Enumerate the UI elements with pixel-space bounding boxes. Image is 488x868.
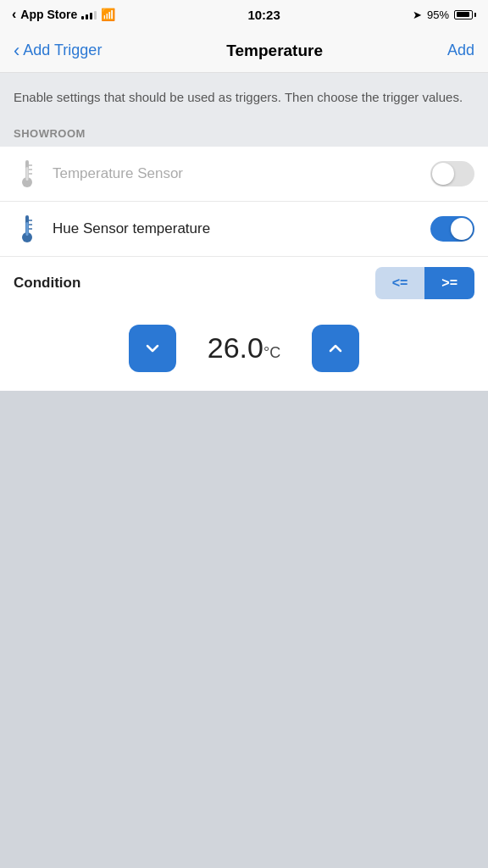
back-label: Add Trigger (23, 42, 102, 59)
back-arrow-icon: ‹ (12, 7, 16, 22)
increment-button[interactable] (312, 325, 359, 372)
hue-thermometer-icon (14, 214, 41, 244)
condition-row: Condition <= >= (0, 257, 488, 309)
hue-sensor-label: Hue Sensor temperature (53, 220, 430, 237)
status-bar-left: ‹ App Store 📶 (12, 7, 115, 22)
signal-bars-icon (81, 9, 97, 19)
thermometer-icon (14, 159, 41, 189)
carrier-label: App Store (20, 8, 77, 21)
chevron-left-icon: ‹ (14, 42, 19, 60)
temperature-sensor-toggle[interactable] (430, 161, 474, 186)
hue-sensor-row: Hue Sensor temperature (0, 202, 488, 257)
section-header: SHOWROOM (0, 119, 488, 147)
content-area: Enable settings that should be used as t… (0, 73, 488, 772)
decrement-button[interactable] (129, 325, 176, 372)
hue-sensor-toggle[interactable] (430, 216, 474, 242)
condition-gte-button[interactable]: >= (424, 267, 474, 299)
back-button[interactable]: ‹ Add Trigger (14, 42, 102, 60)
wifi-icon: 📶 (101, 8, 115, 21)
nav-bar: ‹ Add Trigger Temperature Add (0, 29, 488, 73)
svg-rect-8 (26, 222, 29, 236)
condition-label: Condition (14, 275, 375, 292)
page-title: Temperature (226, 42, 323, 60)
chevron-down-icon (142, 338, 163, 359)
description-text: Enable settings that should be used as t… (0, 73, 488, 119)
temperature-value: 26.0°C (193, 331, 295, 364)
sensors-card: Temperature Sensor Hue Sensor temperatur… (0, 147, 488, 391)
gray-background-area (0, 391, 488, 772)
temperature-unit: °C (263, 344, 280, 361)
battery-percentage: 95% (427, 8, 449, 21)
status-bar-right: ➤ 95% (413, 8, 476, 21)
chevron-up-icon (325, 338, 346, 359)
stepper-row: 26.0°C (0, 309, 488, 391)
status-bar-time: 10:23 (247, 8, 280, 22)
battery-icon (454, 10, 476, 19)
svg-rect-2 (26, 167, 29, 181)
condition-button-group: <= >= (375, 267, 474, 299)
status-bar: ‹ App Store 📶 10:23 ➤ 95% (0, 0, 488, 29)
condition-lte-button[interactable]: <= (375, 267, 425, 299)
temperature-sensor-label: Temperature Sensor (53, 165, 430, 182)
temperature-sensor-row: Temperature Sensor (0, 147, 488, 202)
add-button[interactable]: Add (447, 42, 474, 59)
temperature-number: 26.0 (208, 331, 263, 364)
location-icon: ➤ (413, 8, 422, 21)
